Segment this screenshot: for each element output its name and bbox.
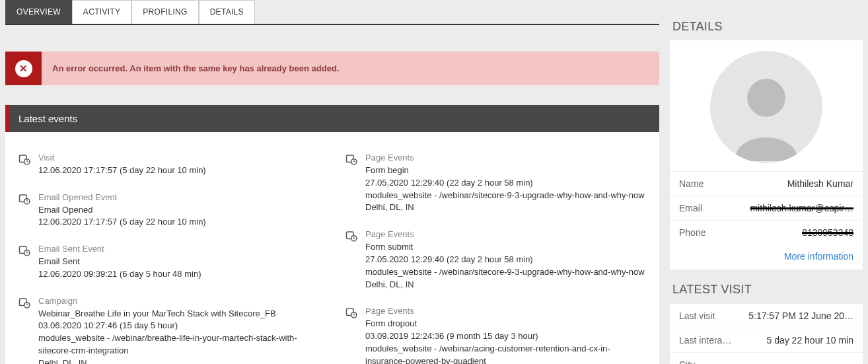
more-information-link[interactable]: More information xyxy=(784,251,853,262)
email-value: mithilesh.kumar@espir… xyxy=(750,203,853,213)
calendar-clock-icon xyxy=(345,229,360,291)
calendar-clock-icon xyxy=(18,152,33,177)
phone-label: Phone xyxy=(679,227,705,238)
tab-activity[interactable]: ACTIVITY xyxy=(72,0,131,24)
error-alert: ✕ An error occurred. An item with the sa… xyxy=(5,52,659,85)
panel-title: Latest events xyxy=(9,105,659,132)
tab-profiling[interactable]: PROFILING xyxy=(131,0,198,24)
last-visit-value: 5:17:57 PM 12 June 20… xyxy=(748,310,853,321)
event-line: modules_website - /webinar/sitecore-9-3-… xyxy=(365,266,645,279)
event-label: Email Sent Event xyxy=(38,243,201,256)
latest-visit-heading: LATEST VISIT xyxy=(670,270,863,303)
error-icon: ✕ xyxy=(15,60,32,77)
event-line: Delhi, DL, IN xyxy=(38,357,319,364)
last-interaction-value: 5 day 22 hour 10 min xyxy=(766,335,853,346)
event-line: Email Sent xyxy=(38,256,201,268)
name-label: Name xyxy=(679,178,704,189)
event-line: Form begin xyxy=(365,164,645,177)
event-line: 12.06.2020 17:17:57 (5 day 22 hour 10 mi… xyxy=(38,216,206,229)
error-icon-wrap: ✕ xyxy=(5,52,42,85)
event-item: Email Opened Event Email Opened 12.06.20… xyxy=(18,192,319,229)
tab-overview[interactable]: OVERVIEW xyxy=(5,0,72,24)
calendar-clock-icon xyxy=(18,295,33,364)
event-item: Page Events Form dropout 03.09.2019 12:2… xyxy=(345,305,646,364)
event-line: Delhi, DL, IN xyxy=(365,279,645,291)
avatar xyxy=(710,51,822,163)
city-label: City xyxy=(679,359,695,364)
event-line: Delhi, DL, IN xyxy=(365,201,645,214)
event-label: Visit xyxy=(38,152,206,164)
event-item: Page Events Form begin 27.05.2020 12:29:… xyxy=(345,152,646,214)
event-label: Page Events xyxy=(365,229,645,241)
event-label: Email Opened Event xyxy=(38,192,206,204)
event-line: Webinar_Breathe Life in your MarTech Sta… xyxy=(38,308,319,320)
error-message: An error occurred. An item with the same… xyxy=(42,52,349,85)
tab-details[interactable]: DETAILS xyxy=(199,0,255,24)
city-value: - xyxy=(850,359,853,364)
calendar-clock-icon xyxy=(18,243,33,281)
details-card: Name Mithilesh Kumar Email mithilesh.kum… xyxy=(670,40,863,270)
calendar-clock-icon xyxy=(345,305,360,364)
latest-visit-card: Last visit 5:17:57 PM 12 June 20… Last i… xyxy=(670,303,863,364)
event-item: Email Sent Event Email Sent 12.06.2020 0… xyxy=(18,243,319,281)
event-line: Form submit xyxy=(365,241,645,254)
calendar-clock-icon xyxy=(18,192,33,229)
event-line: 03.06.2020 10:27:46 (15 day 5 hour) xyxy=(38,320,319,332)
latest-events-panel: Latest events Visit 12.06.2020 17:17:57 … xyxy=(5,105,659,364)
event-item: Campaign Webinar_Breathe Life in your Ma… xyxy=(18,295,319,364)
event-line: 12.06.2020 17:17:57 (5 day 22 hour 10 mi… xyxy=(38,164,206,177)
event-line: modules_website - /webinar/sitecore-9-3-… xyxy=(365,190,645,202)
event-line: Email Opened xyxy=(38,204,206,217)
event-line: 27.05.2020 12:29:40 (22 day 2 hour 58 mi… xyxy=(365,254,645,266)
event-line: 03.09.2019 12:24:36 (9 month 15 day 3 ho… xyxy=(365,330,646,343)
email-label: Email xyxy=(679,203,702,213)
event-line: modules_website - /webinar/acing-custome… xyxy=(365,343,646,364)
event-line: 12.06.2020 09:39:21 (6 day 5 hour 48 min… xyxy=(38,268,201,281)
event-line: 27.05.2020 12:29:40 (22 day 2 hour 58 mi… xyxy=(365,177,645,190)
last-visit-label: Last visit xyxy=(679,310,715,321)
name-value: Mithilesh Kumar xyxy=(787,178,853,189)
event-label: Campaign xyxy=(38,295,319,308)
details-heading: DETAILS xyxy=(670,7,863,40)
last-interaction-label: Last intera… xyxy=(679,335,731,346)
tab-bar: OVERVIEW ACTIVITY PROFILING DETAILS xyxy=(5,0,659,25)
svg-point-18 xyxy=(747,79,785,117)
event-label: Page Events xyxy=(365,305,646,318)
event-line: Form dropout xyxy=(365,318,646,330)
event-item: Page Events Form submit 27.05.2020 12:29… xyxy=(345,229,646,291)
event-label: Page Events xyxy=(365,152,645,164)
calendar-clock-icon xyxy=(345,152,360,214)
phone-value: 8130953348 xyxy=(802,227,853,238)
event-line: modules_website - /webinar/breathe-life-… xyxy=(38,332,319,357)
event-item: Visit 12.06.2020 17:17:57 (5 day 22 hour… xyxy=(18,152,319,177)
